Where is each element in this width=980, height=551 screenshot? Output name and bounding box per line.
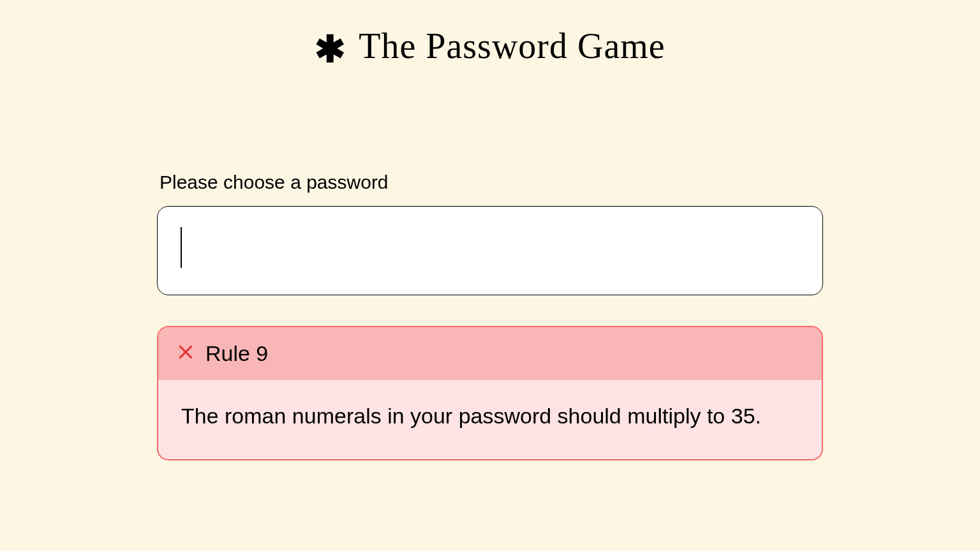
rule-card: Rule 9 The roman numerals in your passwo… xyxy=(157,326,823,460)
text-cursor xyxy=(181,227,182,268)
asterisk-icon: ✱ xyxy=(315,31,346,68)
rule-header: Rule 9 xyxy=(158,327,822,380)
content-area: Please choose a password Rule 9 The roma… xyxy=(157,172,823,460)
rule-text: The roman numerals in your password shou… xyxy=(158,380,822,459)
title-bar: ✱ The Password Game xyxy=(315,26,665,66)
page-title: The Password Game xyxy=(359,26,665,66)
x-icon xyxy=(177,344,194,364)
rule-title: Rule 9 xyxy=(205,341,268,366)
password-input[interactable] xyxy=(157,206,823,295)
password-prompt-label: Please choose a password xyxy=(160,172,823,193)
page-container: ✱ The Password Game Please choose a pass… xyxy=(0,0,980,460)
